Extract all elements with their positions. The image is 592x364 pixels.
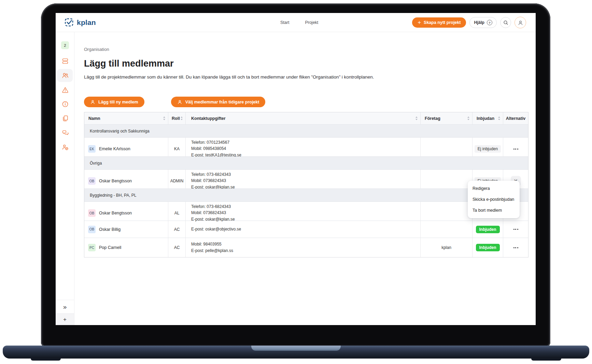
invitation-badge: Ej inbjuden [475, 145, 501, 153]
column-header-alternativ: Alternativ [503, 112, 528, 124]
plus-icon: + [418, 19, 421, 25]
nav-item-projekt[interactable]: Projekt [305, 20, 318, 25]
options-button[interactable] [511, 224, 521, 235]
breadcrumb[interactable]: Organisation [84, 47, 109, 52]
contact-line: Mobil: 0736824343 [191, 178, 226, 184]
contact-line: Telefon: 0701234567 [191, 140, 229, 145]
table-row: OB Oskar Billig AC E-post: oskar@objecti… [84, 221, 528, 238]
ellipsis-icon [513, 149, 515, 150]
contact-line: Telefon: 073-6824343 [191, 172, 231, 178]
avatar: OB [88, 209, 96, 217]
help-button[interactable]: Hjälp ? [469, 17, 497, 28]
member-company: kplan [421, 238, 473, 257]
laptop-notch [251, 346, 341, 351]
sidebar-add-button[interactable]: + [56, 313, 74, 325]
table-row: PC Pop Carnell AC Mobil: 98403955 E-post… [84, 238, 528, 257]
member-name: Oskar Billig [99, 227, 121, 232]
member-name: Emelie KArlsson [99, 146, 130, 151]
pick-members-label: Välj medlemmar från tidigare projekt [185, 100, 259, 104]
member-role: AC [168, 221, 186, 238]
ellipsis-icon [513, 229, 515, 230]
pick-members-button[interactable]: Välj medlemmar från tidigare projekt [171, 97, 266, 107]
info-icon [61, 100, 69, 108]
column-header-namn[interactable]: Namn [84, 112, 168, 124]
kplan-logo[interactable]: kplan [65, 18, 96, 27]
section-label: Kontrollansvarig och Sakkunniga [84, 125, 528, 137]
add-member-label: Lägg till ny medlem [98, 100, 138, 104]
laptop-mockup: kplan Start Projekt + Skapa nytt projekt… [0, 0, 592, 364]
app-screen: kplan Start Projekt + Skapa nytt projekt… [56, 13, 536, 325]
sidebar-collapse-button[interactable]: » [56, 300, 74, 313]
menu-item-redigera[interactable]: Redigera [468, 183, 520, 194]
sidebar-item-deviations[interactable] [56, 83, 74, 97]
avatar: OB [88, 177, 96, 185]
sidebar-item-boards[interactable] [56, 54, 74, 68]
column-header-foretag[interactable]: Företag [421, 112, 473, 124]
question-icon: ? [487, 20, 492, 25]
add-member-button[interactable]: Lägg till ny medlem [84, 97, 144, 107]
contact-line: E-post: oskar@objectivo.se [191, 226, 241, 232]
sidebar-item-info[interactable] [56, 97, 74, 111]
sidebar-item-inspections[interactable] [56, 140, 74, 154]
contact-line: Mobil: 98403955 [191, 241, 222, 247]
user-check-icon [61, 143, 69, 151]
warning-icon [61, 86, 69, 94]
logo-wordmark: kplan [77, 18, 96, 27]
person-icon [90, 99, 95, 104]
sidebar-footer: » + [56, 300, 74, 325]
laptop-base [3, 346, 589, 359]
top-navigation: Start Projekt [280, 13, 318, 32]
search-icon [503, 20, 509, 26]
options-button[interactable] [511, 242, 521, 253]
page-description: Lägg till de projektmedlemmar som du kän… [84, 74, 374, 80]
column-header-roll[interactable]: Roll [168, 112, 186, 124]
kplan-logo-icon [65, 18, 74, 27]
account-button[interactable] [515, 17, 526, 28]
search-button[interactable] [500, 17, 511, 28]
sort-icon [163, 116, 165, 120]
member-contact: E-post: oskar@objectivo.se [186, 221, 421, 238]
create-project-button[interactable]: + Skapa nytt projekt [412, 17, 466, 28]
invitation-badge: Inbjuden [476, 244, 500, 251]
create-project-label: Skapa nytt projekt [424, 20, 461, 25]
column-header-kontaktuppgifter[interactable]: Kontaktuppgifter [186, 112, 421, 124]
user-icon [517, 19, 524, 26]
sort-icon [181, 116, 183, 120]
laptop-foot [531, 357, 561, 361]
column-header-inbjudan[interactable]: Inbjudan [473, 112, 503, 124]
documents-icon [61, 115, 69, 122]
laptop-bezel: kplan Start Projekt + Skapa nytt projekt… [41, 3, 550, 347]
options-context-menu: Redigera Skicka e-postinbjudan Ta bort m… [468, 181, 520, 218]
member-role: AC [168, 238, 186, 257]
menu-item-ta-bort-medlem[interactable]: Ta bort medlem [468, 205, 520, 216]
avatar: OB [88, 226, 96, 233]
contact-line: Telefon: 073-6824343 [191, 204, 231, 210]
member-name: Oskar Bengtsson [99, 179, 132, 183]
contact-line: Mobil: 0736824343 [191, 210, 226, 216]
menu-item-skicka-epostinbjudan[interactable]: Skicka e-postinbjudan [468, 194, 520, 205]
section-row: Kontrollansvarig och Sakkunniga [84, 125, 528, 138]
sort-icon [415, 116, 418, 120]
chevron-double-right-icon: » [63, 303, 67, 311]
laptop-foot [31, 357, 61, 361]
sidebar-item-documents[interactable] [56, 111, 74, 126]
app-header: kplan Start Projekt + Skapa nytt projekt… [56, 13, 536, 32]
member-contact: Mobil: 98403955 E-post: pelle@kplan.ss [186, 238, 421, 257]
sidebar-item-members[interactable] [56, 68, 74, 83]
sidebar-nav [56, 54, 74, 154]
project-count-badge: 2 [61, 41, 69, 49]
member-name: Pop Carnell [99, 245, 121, 250]
nav-item-start[interactable]: Start [280, 20, 289, 25]
section-row: Byggledning - BH, PA, PL [84, 189, 528, 202]
contact-line: Mobil: 0985438054 [191, 146, 226, 152]
cards-icon [61, 57, 69, 65]
sort-icon [498, 116, 500, 120]
section-label: Byggledning - BH, PA, PL [84, 189, 528, 201]
options-button[interactable] [511, 144, 521, 154]
page-title: Lägg till medlemmar [84, 58, 174, 69]
section-label: Övriga [84, 157, 528, 169]
contact-line: E-post: pelle@kplan.ss [191, 248, 233, 254]
invitation-badge: Inbjuden [476, 226, 500, 233]
table-header-row: Namn Roll Kontaktuppgifter Företag [84, 112, 528, 125]
sidebar-item-messages[interactable] [56, 126, 74, 140]
